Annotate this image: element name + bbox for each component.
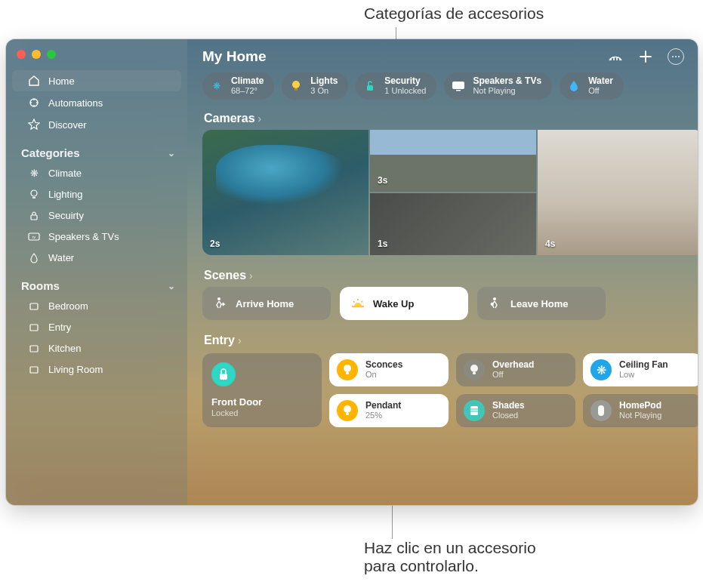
scene-label: Arrive Home	[236, 298, 294, 309]
pill-label: Speakers & TVs	[473, 75, 541, 86]
svg-rect-20	[473, 372, 476, 374]
pill-label: Water	[588, 75, 613, 86]
sidebar-item-label: Discover	[48, 119, 87, 131]
section-header-cameras[interactable]: Cameras ›	[204, 112, 684, 125]
sidebar-item-label: Automations	[48, 97, 103, 109]
home-icon	[27, 75, 41, 87]
sidebar-item-label: Home	[48, 75, 75, 87]
svg-point-17	[344, 365, 351, 372]
tile-overhead[interactable]: OverheadOff	[456, 353, 575, 386]
sidebar-section-title: Categories	[21, 146, 80, 159]
scene-arrive-home[interactable]: Arrive Home	[202, 287, 331, 320]
sidebar: Home Automations Discover Categories ⌄ ❋…	[6, 39, 187, 505]
star-icon	[27, 119, 41, 131]
sidebar-item-home[interactable]: Home	[12, 70, 181, 91]
main-content: My Home ⋯ ❋ Climate68–72°	[187, 39, 698, 505]
page-title: My Home	[202, 48, 266, 65]
sidebar-item-kitchen[interactable]: Kitchen	[12, 338, 181, 359]
tile-shades[interactable]: ShadesClosed	[456, 394, 575, 427]
sidebar-section-rooms[interactable]: Rooms ⌄	[6, 269, 187, 295]
sidebar-item-label: Lighting	[48, 189, 83, 200]
svg-rect-8	[30, 367, 38, 373]
bulb-icon	[288, 78, 304, 94]
sidebar-item-bedroom[interactable]: Bedroom	[12, 296, 181, 316]
tile-homepod[interactable]: HomePodNot Playing	[583, 394, 698, 427]
scenes-row: Arrive Home Wake Up Leave Home	[202, 287, 684, 320]
sidebar-item-security[interactable]: Secuirty	[12, 205, 181, 226]
scene-leave-home[interactable]: Leave Home	[477, 287, 606, 320]
svg-rect-7	[30, 346, 38, 352]
intercom-button[interactable]	[607, 48, 624, 65]
pill-security[interactable]: Security1 Unlocked	[356, 72, 436, 100]
speaker-icon	[590, 400, 612, 421]
tile-name: Pendant	[365, 400, 401, 411]
svg-rect-23	[470, 406, 478, 415]
tile-status: Off	[492, 370, 503, 379]
chevron-down-icon: ⌄	[168, 281, 175, 291]
sidebar-item-living-room[interactable]: Living Room	[12, 359, 181, 380]
pill-speakers-tvs[interactable]: Speakers & TVsNot Playing	[444, 72, 552, 100]
svg-rect-10	[294, 88, 298, 91]
lock-icon	[211, 362, 236, 386]
sidebar-item-climate[interactable]: ❋ Climate	[12, 163, 181, 183]
svg-rect-13	[456, 90, 461, 91]
tile-pendant[interactable]: Pendant25%	[329, 394, 449, 427]
pill-lights[interactable]: Lights3 On	[282, 72, 348, 100]
chevron-right-icon: ›	[258, 112, 262, 125]
section-title: Entry	[204, 334, 235, 347]
room-icon	[27, 343, 41, 354]
more-button[interactable]: ⋯	[668, 48, 684, 65]
sidebar-item-discover[interactable]: Discover	[12, 114, 181, 135]
camera-feed-1[interactable]: 2s	[202, 130, 368, 255]
pill-water[interactable]: WaterOff	[560, 72, 624, 100]
bulb-icon	[337, 359, 358, 380]
callout-top: Categorías de accesorios	[364, 5, 544, 23]
camera-grid: 2s 3s 4s 1s	[202, 130, 698, 255]
tile-ceiling-fan[interactable]: ❋ Ceiling FanLow	[583, 353, 698, 386]
camera-timestamp: 3s	[378, 175, 387, 186]
sidebar-section-categories[interactable]: Categories ⌄	[6, 136, 187, 162]
titlebar-actions: ⋯	[607, 48, 684, 65]
sidebar-item-speakers-tvs[interactable]: tv Speakers & TVs	[12, 226, 181, 247]
section-header-scenes[interactable]: Scenes ›	[204, 269, 684, 282]
tv-icon: tv	[27, 232, 41, 242]
scene-label: Wake Up	[373, 298, 414, 309]
camera-feed-4[interactable]: 1s	[370, 193, 536, 255]
svg-rect-16	[220, 374, 227, 380]
svg-rect-6	[30, 325, 38, 331]
svg-point-9	[292, 81, 300, 88]
sidebar-item-automations[interactable]: Automations	[12, 92, 181, 113]
camera-feed-2[interactable]: 3s	[370, 130, 536, 192]
camera-feed-3[interactable]: 4s	[538, 130, 698, 255]
add-button[interactable]	[637, 48, 654, 65]
sidebar-item-label: Secuirty	[48, 210, 84, 221]
scene-label: Leave Home	[510, 298, 569, 309]
svg-point-19	[470, 365, 478, 372]
callout-line-bottom	[392, 506, 393, 539]
tile-sconces[interactable]: SconcesOn	[329, 353, 449, 386]
fullscreen-window-button[interactable]	[47, 50, 56, 59]
close-window-button[interactable]	[17, 50, 26, 59]
svg-rect-18	[346, 372, 349, 374]
svg-rect-11	[367, 85, 373, 91]
section-header-entry[interactable]: Entry ›	[204, 334, 684, 347]
person-arrive-icon	[213, 297, 228, 310]
svg-point-1	[31, 190, 37, 196]
minimize-window-button[interactable]	[32, 50, 41, 59]
callout-bottom: Haz clic en un accesorio para controlarl…	[364, 539, 536, 575]
svg-rect-22	[346, 413, 349, 415]
camera-timestamp: 1s	[378, 239, 387, 249]
pill-status: 68–72°	[231, 86, 257, 95]
pill-status: 1 Unlocked	[384, 86, 426, 95]
sidebar-item-entry[interactable]: Entry	[12, 317, 181, 337]
svg-text:tv: tv	[32, 235, 35, 239]
pill-climate[interactable]: ❋ Climate68–72°	[202, 72, 274, 100]
sidebar-item-label: Living Room	[48, 364, 103, 375]
camera-timestamp: 4s	[545, 239, 555, 249]
bulb-icon	[464, 359, 485, 380]
sidebar-item-label: Speakers & TVs	[48, 231, 119, 242]
scene-wake-up[interactable]: Wake Up	[340, 287, 468, 320]
tile-front-door[interactable]: Front DoorLocked	[202, 353, 322, 427]
sidebar-item-water[interactable]: Water	[12, 248, 181, 268]
sidebar-item-lighting[interactable]: Lighting	[12, 184, 181, 205]
